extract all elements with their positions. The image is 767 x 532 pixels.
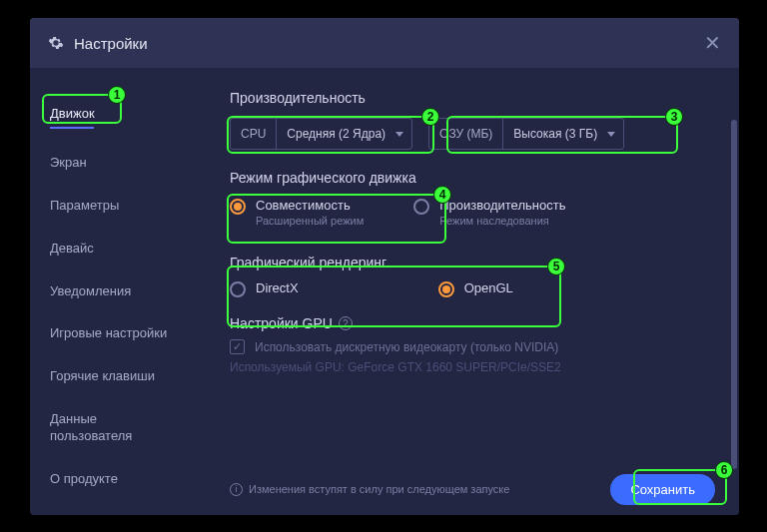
gpu-discrete-label: Использовать дискретную видеокарту (толь… (255, 340, 558, 354)
ram-value: Высокая (3 ГБ) (513, 127, 597, 141)
gpu-discrete-checkbox[interactable]: ✓ (230, 339, 245, 354)
engine-mode-title: Режим графического движка (230, 170, 715, 186)
settings-window: Настройки ✕ Движок Экран Параметры Девай… (30, 18, 739, 515)
cpu-label: CPU (231, 119, 277, 149)
sidebar-item-user-data[interactable]: Данные пользователя (30, 403, 200, 453)
close-icon[interactable]: ✕ (704, 31, 721, 55)
ram-label: ОЗУ (МБ) (429, 119, 503, 149)
chevron-down-icon (607, 132, 615, 137)
sidebar: Движок Экран Параметры Девайс Уведомлени… (30, 68, 200, 515)
radio-icon (413, 199, 429, 215)
window-title: Настройки (74, 35, 148, 52)
annotation-badge-3: 3 (665, 108, 683, 126)
render-title: Графический рендеринг (230, 255, 715, 270)
render-directx-label: DirectX (256, 280, 299, 295)
render-directx[interactable]: DirectX (230, 280, 299, 297)
annotation-badge-1: 1 (108, 86, 126, 104)
render-opengl-label: OpenGL (464, 280, 513, 295)
cpu-value: Средняя (2 Ядра) (287, 127, 385, 141)
info-icon: i (230, 483, 243, 496)
footer: i Изменения вступят в силу при следующем… (200, 463, 739, 515)
save-button[interactable]: Сохранить (610, 474, 715, 505)
radio-icon (230, 199, 246, 215)
perf-title: Производительность (230, 90, 715, 106)
cpu-dropdown[interactable]: CPU Средняя (2 Ядра) (230, 118, 412, 150)
annotation-badge-2: 2 (421, 108, 439, 126)
engine-mode-perf-sub: Режим наследования (439, 215, 565, 227)
content-pane: Производительность CPU Средняя (2 Ядра) … (200, 68, 739, 515)
sidebar-item-notifications[interactable]: Уведомления (30, 275, 200, 308)
annotation-badge-6: 6 (715, 461, 733, 479)
ram-dropdown[interactable]: ОЗУ (МБ) Высокая (3 ГБ) (428, 118, 624, 150)
gpu-used-text: Используемый GPU: GeForce GTX 1660 SUPER… (230, 360, 715, 374)
engine-mode-compat-sub: Расширенный режим (256, 215, 364, 227)
scrollbar[interactable] (731, 120, 737, 469)
engine-mode-perf-label: Производительность (439, 198, 565, 213)
titlebar: Настройки ✕ (30, 18, 739, 68)
engine-mode-compat[interactable]: Совместимость Расширенный режим (230, 198, 364, 227)
sidebar-item-game-settings[interactable]: Игровые настройки (30, 317, 200, 350)
radio-icon (438, 281, 454, 297)
chevron-down-icon (395, 132, 403, 137)
gpu-title: Настройки GPU (230, 315, 333, 331)
radio-icon (230, 281, 246, 297)
gear-icon (48, 35, 64, 51)
engine-mode-compat-label: Совместимость (256, 198, 364, 213)
annotation-badge-4: 4 (433, 186, 451, 204)
sidebar-item-device[interactable]: Девайс (30, 233, 200, 266)
help-icon[interactable]: ? (339, 316, 353, 330)
render-opengl[interactable]: OpenGL (438, 280, 513, 297)
sidebar-item-screen[interactable]: Экран (30, 147, 200, 180)
footer-note-text: Изменения вступят в силу при следующем з… (249, 483, 509, 495)
sidebar-item-hotkeys[interactable]: Горячие клавиши (30, 360, 200, 393)
annotation-badge-5: 5 (547, 258, 565, 275)
sidebar-item-about[interactable]: О продукте (30, 463, 200, 496)
sidebar-item-params[interactable]: Параметры (30, 190, 200, 223)
